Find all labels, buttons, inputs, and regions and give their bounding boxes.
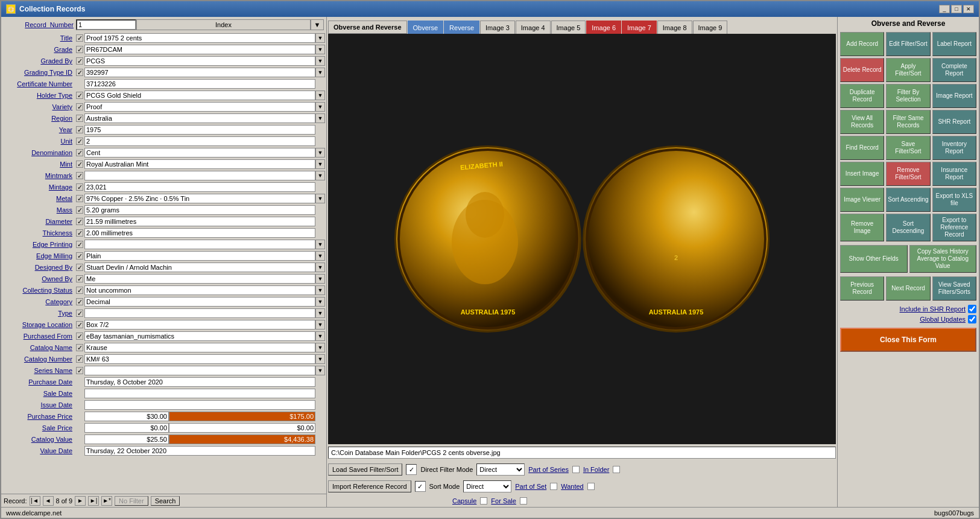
previous-record-button[interactable]: Previous Record — [840, 276, 884, 301]
capsule-checkbox[interactable] — [480, 497, 487, 505]
field-input-certificate[interactable] — [84, 79, 315, 89]
shr-report-button[interactable]: SHR Report — [932, 110, 976, 134]
field-input-storage[interactable] — [84, 320, 315, 330]
record-number-input[interactable] — [76, 19, 136, 30]
copy-sales-history-button[interactable]: Copy Sales History Average to Catalog Va… — [909, 245, 977, 273]
field-label-mintage[interactable]: Mintage — [2, 183, 75, 191]
field-label-edge-milling[interactable]: Edge Milling — [2, 252, 75, 260]
field-label-title[interactable]: Title — [2, 34, 75, 42]
field-label-mass[interactable]: Mass — [2, 206, 75, 214]
minimize-button[interactable]: _ — [939, 5, 950, 13]
record-number-label[interactable]: Record_Number — [4, 21, 76, 28]
record-number-dropdown[interactable]: ▼ — [311, 19, 324, 30]
edit-filter-sort-button[interactable]: Edit Filter/Sort — [886, 32, 930, 56]
field-input-value-date[interactable] — [84, 446, 315, 456]
view-all-records-button[interactable]: View All Records — [840, 110, 884, 134]
new-record-button[interactable]: ►* — [101, 496, 112, 506]
field-label-sale-date[interactable]: Sale Date — [2, 390, 75, 397]
field-label-mintmark[interactable]: Mintmark — [2, 172, 75, 179]
next-record-button[interactable]: Next Record — [886, 276, 930, 301]
remove-image-button[interactable]: Remove Image — [840, 214, 884, 241]
field-label-owned-by[interactable]: Owned By — [2, 275, 75, 282]
field-input-purchase-date[interactable] — [84, 377, 315, 387]
prev-record-button[interactable]: ◄ — [43, 496, 54, 506]
field-input-edge-printing[interactable] — [84, 240, 315, 249]
capsule-label[interactable]: Capsule — [452, 497, 476, 505]
field-input-region[interactable] — [84, 113, 315, 123]
field-input-grading-type[interactable] — [84, 68, 315, 77]
tab-reverse[interactable]: Reverse — [444, 21, 479, 34]
view-saved-filters-button[interactable]: View Saved Filters/Sorts — [932, 276, 976, 301]
include-shr-checkbox[interactable] — [968, 305, 976, 313]
delete-record-button[interactable]: Delete Record — [840, 58, 884, 82]
field-label-denomination[interactable]: Denomination — [2, 149, 75, 156]
field-input-owned-by[interactable] — [84, 274, 315, 284]
load-saved-filter-button[interactable]: Load Saved Filter/Sort — [328, 463, 402, 476]
add-record-button[interactable]: Add Record — [840, 32, 884, 56]
part-of-set-label[interactable]: Part of Set — [515, 483, 546, 490]
wanted-label[interactable]: Wanted — [561, 483, 584, 490]
field-label-collecting-status[interactable]: Collecting Status — [2, 287, 75, 294]
tab-image3[interactable]: Image 3 — [480, 21, 515, 34]
field-label-diameter[interactable]: Diameter — [2, 218, 75, 225]
field-input-title[interactable] — [84, 33, 315, 43]
tab-image5[interactable]: Image 5 — [551, 21, 586, 34]
find-record-button[interactable]: Find Record — [840, 136, 884, 160]
field-input-sale-price-right[interactable] — [169, 423, 315, 433]
field-input-mintmark[interactable] — [84, 171, 315, 180]
field-input-grade[interactable] — [84, 45, 315, 54]
inventory-report-button[interactable]: Inventory Report — [932, 136, 976, 160]
filter-same-records-button[interactable]: Filter Same Records — [886, 110, 930, 134]
field-label-type[interactable]: Type — [2, 310, 75, 317]
in-folder-checkbox[interactable] — [613, 466, 620, 473]
tab-obverse[interactable]: Obverse — [408, 21, 444, 34]
in-folder-label[interactable]: In Folder — [583, 466, 609, 473]
field-input-mass[interactable] — [84, 205, 315, 215]
sort-ascending-button[interactable]: Sort Ascending — [886, 188, 930, 212]
insurance-report-button[interactable]: Insurance Report — [932, 162, 976, 186]
field-label-catalog-name[interactable]: Catalog Name — [2, 344, 75, 351]
part-of-set-checkbox[interactable] — [550, 483, 557, 490]
image-viewer-button[interactable]: Image Viewer — [840, 188, 884, 212]
tab-image8[interactable]: Image 8 — [657, 21, 692, 34]
duplicate-record-button[interactable]: Duplicate Record — [840, 84, 884, 108]
field-input-catalog-value-left[interactable] — [84, 435, 169, 444]
field-label-grade[interactable]: Grade — [2, 46, 75, 53]
field-input-issue-date[interactable] — [84, 400, 315, 410]
save-filter-sort-button[interactable]: Save Filter/Sort — [886, 136, 930, 160]
field-label-purchased-from[interactable]: Purchased From — [2, 333, 75, 340]
tab-image7[interactable]: Image 7 — [622, 21, 657, 34]
field-input-thickness[interactable] — [84, 228, 315, 238]
field-input-category[interactable] — [84, 297, 315, 307]
field-label-sale-price[interactable]: Sale Price — [2, 424, 75, 431]
field-input-purchase-price-right[interactable] — [169, 412, 315, 421]
last-record-button[interactable]: ►| — [88, 496, 99, 506]
field-input-holder-type[interactable] — [84, 91, 315, 100]
apply-filter-sort-button[interactable]: Apply Filter/Sort — [886, 58, 930, 82]
part-of-series-checkbox[interactable] — [572, 466, 580, 473]
direct-filter-mode-select[interactable]: Direct — [476, 463, 525, 476]
field-input-designed-by[interactable] — [84, 263, 315, 272]
field-label-grading-type[interactable]: Grading Type ID — [2, 69, 75, 76]
field-input-graded-by[interactable] — [84, 56, 315, 66]
field-label-thickness[interactable]: Thickness — [2, 229, 75, 237]
field-input-catalog-value-right[interactable] — [169, 435, 315, 444]
field-dropdown-title[interactable]: ▼ — [315, 33, 325, 43]
load-filter-check[interactable]: ✓ — [406, 464, 417, 475]
import-ref-check[interactable]: ✓ — [415, 481, 426, 492]
maximize-button[interactable]: □ — [951, 5, 962, 13]
tab-image6[interactable]: Image 6 — [586, 21, 621, 34]
global-updates-label[interactable]: Global Updates — [920, 316, 966, 323]
close-window-button[interactable]: ✕ — [963, 5, 974, 13]
next-record-nav-button[interactable]: ► — [75, 496, 86, 506]
field-label-purchase-price[interactable]: Purchase Price — [2, 413, 75, 420]
field-input-diameter[interactable] — [84, 217, 315, 226]
tab-image9[interactable]: Image 9 — [693, 21, 728, 34]
field-input-metal[interactable] — [84, 194, 315, 203]
field-label-designed-by[interactable]: Designed By — [2, 264, 75, 271]
import-reference-button[interactable]: Import Reference Record — [328, 480, 411, 492]
field-input-mintage[interactable] — [84, 182, 315, 192]
include-shr-label[interactable]: Include in SHR Report — [900, 305, 966, 313]
field-input-series-name[interactable] — [84, 366, 315, 375]
no-filter-button[interactable]: No Filter — [115, 496, 148, 506]
